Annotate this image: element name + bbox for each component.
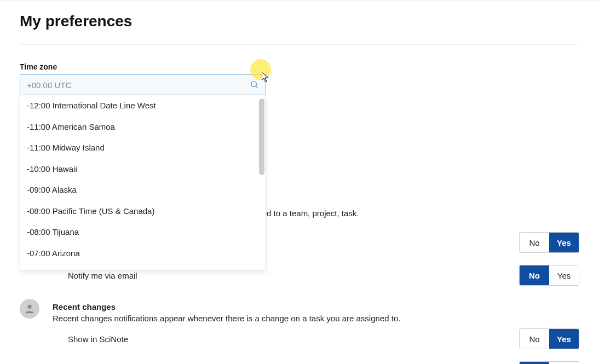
toggle-no[interactable]: No (520, 329, 549, 349)
cursor-arrow-icon (262, 72, 270, 86)
timezone-input-wrap[interactable] (20, 74, 266, 95)
person-icon (20, 299, 39, 319)
toggle-yes[interactable]: Yes (549, 265, 579, 285)
timezone-option[interactable]: -09:00 Alaska (20, 180, 266, 201)
divider (20, 44, 579, 45)
email-label: Notify me via email (68, 271, 137, 280)
toggle-no[interactable]: No (520, 265, 549, 285)
recent-group: Recent changes Recent changes notificati… (20, 298, 579, 364)
assignment-email-toggle[interactable]: No Yes (519, 265, 579, 286)
timezone-search-input[interactable] (20, 75, 249, 95)
timezone-option[interactable]: -07:00 Arizona (20, 243, 266, 264)
timezone-option[interactable]: -11:00 Midway Island (20, 137, 266, 159)
recent-show-row: Show in SciNote No Yes (68, 328, 579, 349)
toggle-yes[interactable]: Yes (549, 329, 579, 349)
svg-line-1 (256, 86, 257, 88)
recent-show-toggle[interactable]: No Yes (519, 328, 579, 349)
recent-icon-col (20, 299, 44, 319)
search-icon (249, 79, 260, 90)
toggle-yes[interactable]: Yes (549, 233, 579, 252)
svg-point-0 (251, 82, 256, 86)
timezone-option[interactable]: -12:00 International Date Line West (20, 95, 266, 117)
toggle-no[interactable]: No (520, 233, 549, 252)
toggle-no[interactable]: No (520, 362, 549, 364)
timezone-menu: -12:00 International Date Line West -11:… (20, 95, 266, 270)
page-title: My preferences (20, 13, 579, 30)
timezone-option[interactable]: -08:00 Pacific Time (US & Canada) (20, 201, 266, 222)
recent-email-toggle[interactable]: No Yes (519, 361, 579, 364)
assignment-show-toggle[interactable]: No Yes (519, 232, 579, 253)
timezone-option[interactable]: -11:00 American Samoa (20, 117, 266, 138)
timezone-option[interactable]: -08:00 Tijuana (20, 222, 266, 243)
dropdown-scrollbar[interactable] (258, 97, 264, 268)
timezone-label: Time zone (20, 62, 579, 71)
dropdown-scrollbar-thumb[interactable] (259, 99, 264, 175)
toggle-yes[interactable]: Yes (549, 362, 579, 364)
timezone-dropdown[interactable]: -12:00 International Date Line West -11:… (20, 74, 266, 95)
recent-title: Recent changes (53, 302, 579, 311)
svg-point-2 (27, 305, 31, 309)
show-label: Show in SciNote (68, 334, 128, 344)
timezone-option[interactable]: -10:00 Hawaii (20, 159, 266, 180)
recent-desc: Recent changes notifications appear when… (53, 314, 579, 323)
timezone-option[interactable]: -07:00 Chihuahua (20, 264, 266, 270)
recent-email-row: Notify me via email No Yes (68, 361, 579, 364)
